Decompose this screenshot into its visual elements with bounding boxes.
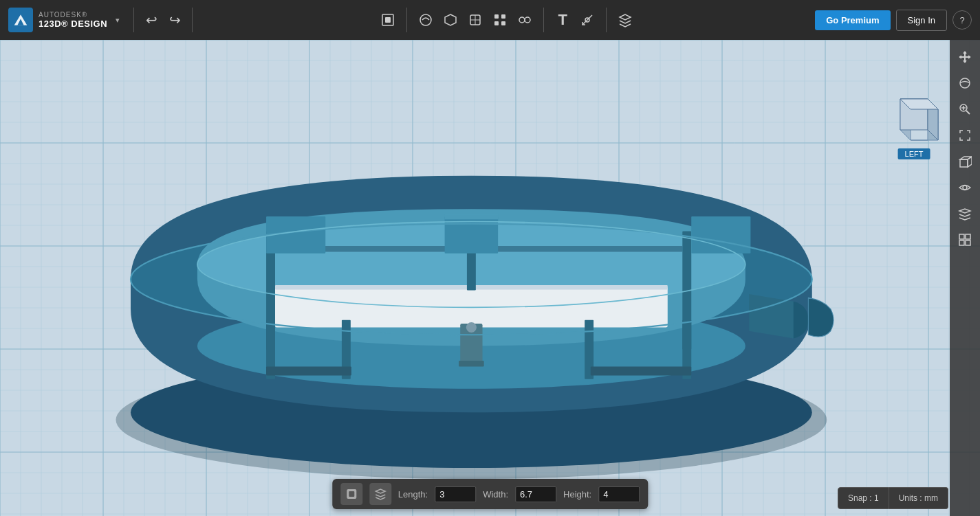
pan-button[interactable] (953, 45, 977, 69)
toolbar-construct[interactable] (439, 8, 462, 32)
svg-point-45 (960, 78, 970, 88)
svg-marker-49 (968, 157, 972, 167)
toolbar-center: T (198, 8, 815, 32)
divider-4 (543, 8, 544, 32)
toolbar-transform[interactable] (376, 8, 400, 32)
divider-3 (406, 8, 407, 32)
width-label: Width: (483, 489, 508, 500)
orbit-button[interactable] (953, 71, 977, 95)
zoom-button[interactable] (953, 98, 977, 121)
svg-rect-8 (501, 21, 505, 25)
layers-button[interactable] (953, 202, 977, 225)
svg-rect-47 (960, 159, 968, 167)
undo-button[interactable]: ↩ (140, 8, 163, 32)
divider-2 (192, 8, 193, 32)
svg-rect-54 (966, 240, 970, 245)
eye-button[interactable] (953, 176, 977, 199)
toolbar-sketch[interactable] (414, 8, 437, 32)
svg-rect-6 (501, 14, 505, 19)
svg-point-9 (519, 17, 525, 23)
svg-rect-51 (959, 234, 964, 239)
fit-button[interactable] (953, 124, 977, 147)
view-cube-svg[interactable] (880, 92, 948, 154)
svg-rect-29 (459, 361, 484, 367)
dimension-toolbar: Length: Width: Height: (332, 479, 648, 509)
svg-rect-52 (966, 234, 970, 239)
main-toolbar: AUTODESK® 123D® DESIGN ▾ ↩ ↪ (0, 0, 980, 40)
length-label: Length: (398, 489, 428, 500)
help-button[interactable]: ? (952, 10, 972, 30)
svg-point-3 (420, 14, 431, 25)
logo-autodesk: AUTODESK® (39, 11, 107, 19)
svg-rect-24 (445, 215, 499, 219)
toolbar-pattern[interactable] (488, 8, 512, 32)
divider-1 (133, 8, 134, 32)
svg-point-10 (525, 17, 530, 23)
snap-units-bar: Snap : 1 Units : mm (838, 487, 948, 509)
svg-rect-35 (591, 367, 691, 376)
svg-rect-56 (349, 491, 354, 497)
toolbar-group[interactable] (513, 8, 536, 32)
logo-area: AUTODESK® 123D® DESIGN ▾ (0, 8, 128, 32)
view-cube-btn[interactable] (953, 150, 977, 173)
snap-control[interactable]: Snap : 1 (838, 487, 889, 509)
autodesk-logo (8, 8, 33, 32)
redo-button[interactable]: ↪ (163, 8, 186, 32)
svg-rect-5 (494, 14, 499, 19)
logo-text: AUTODESK® 123D® DESIGN (39, 11, 107, 29)
signin-button[interactable]: Sign In (896, 10, 947, 31)
toolbar-measure[interactable] (576, 8, 599, 32)
height-label: Height: (563, 489, 591, 500)
units-control[interactable]: Units : mm (889, 487, 948, 509)
toolbar-right: Go Premium Sign In ? (815, 10, 980, 31)
object-icon-btn[interactable] (340, 483, 362, 505)
right-panel (950, 40, 980, 516)
divider-5 (606, 8, 607, 32)
svg-rect-26 (691, 216, 750, 254)
toolbar-modify[interactable] (464, 8, 487, 32)
app-dropdown[interactable]: ▾ (116, 16, 120, 25)
svg-rect-7 (494, 21, 499, 25)
toolbar-material[interactable]: T (551, 8, 574, 32)
length-input[interactable] (435, 486, 476, 502)
grid-button[interactable] (953, 228, 977, 251)
width-input[interactable] (515, 486, 556, 502)
svg-rect-34 (266, 367, 351, 376)
view-cube-widget: LEFT (880, 92, 948, 161)
view-label[interactable]: LEFT (898, 148, 930, 159)
premium-button[interactable]: Go Premium (815, 10, 890, 30)
toolbar-layers[interactable] (613, 8, 637, 32)
3d-model (55, 102, 880, 486)
height-input[interactable] (598, 486, 640, 502)
svg-point-50 (963, 186, 967, 190)
svg-rect-53 (959, 240, 964, 245)
layers-icon-btn[interactable] (369, 483, 391, 505)
viewport[interactable]: LEFT (0, 40, 980, 516)
svg-point-28 (466, 322, 477, 333)
svg-rect-2 (385, 17, 391, 23)
logo-product: 123D® DESIGN (39, 19, 107, 29)
